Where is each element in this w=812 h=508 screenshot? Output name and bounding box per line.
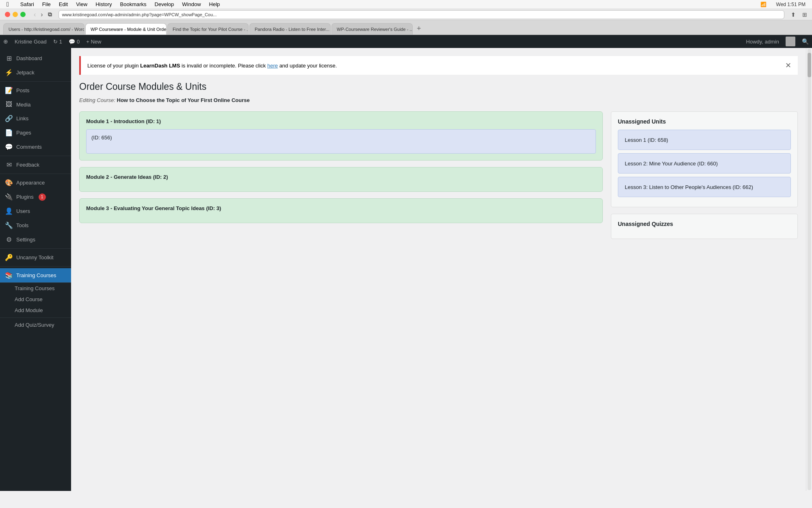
pages-icon: 📄 bbox=[5, 129, 13, 137]
menu-edit[interactable]: Edit bbox=[56, 0, 71, 8]
minimize-window-button[interactable] bbox=[13, 12, 18, 17]
updates-icon[interactable]: ↻ 1 bbox=[53, 39, 62, 45]
tab-pandora[interactable]: Pandora Radio - Listen to Free Inter... … bbox=[249, 23, 331, 35]
sidebar-item-training-courses[interactable]: 📚 Training Courses bbox=[0, 268, 71, 282]
sidebar-item-users[interactable]: 👤 Users bbox=[0, 204, 71, 218]
unassigned-lesson-1[interactable]: Lesson 1 (ID: 658) bbox=[618, 130, 791, 150]
wp-admin-bar: ⊕ Kristine Goad ↻ 1 💬 0 + New Howdy, adm… bbox=[0, 35, 812, 48]
notice-text: License of your plugin LearnDash LMS is … bbox=[87, 63, 337, 69]
sidebar-item-jetpack[interactable]: ⚡ Jetpack bbox=[0, 65, 71, 80]
wp-main-content: License of your plugin LearnDash LMS is … bbox=[71, 48, 806, 491]
sidebar-divider-4 bbox=[0, 248, 71, 249]
new-content-button[interactable]: + New bbox=[86, 39, 101, 45]
search-icon[interactable]: 🔍 bbox=[802, 38, 809, 45]
sidebar-item-settings[interactable]: ⚙ Settings bbox=[0, 232, 71, 247]
sidebar-item-feedback[interactable]: ✉ Feedback bbox=[0, 158, 71, 172]
sidebar-label-plugins: Plugins bbox=[16, 194, 34, 200]
module-box-2: Module 2 - Generate Ideas (ID: 2) bbox=[79, 167, 603, 192]
notice-close-button[interactable]: ✕ bbox=[785, 61, 791, 70]
address-bar[interactable]: www.kristinegoad.com/wp-admin/admin.php?… bbox=[58, 10, 784, 19]
unassigned-units-title: Unassigned Units bbox=[618, 118, 791, 125]
sidebar-label-settings: Settings bbox=[16, 237, 35, 243]
sidebar-divider-3 bbox=[0, 174, 71, 174]
new-tab-button[interactable]: + bbox=[414, 24, 424, 33]
sidebar-divider-1 bbox=[0, 81, 71, 82]
sidebar-label-uncanny-toolkit: Uncanny Toolkit bbox=[16, 254, 54, 261]
right-scrollbar[interactable] bbox=[806, 48, 812, 491]
sidebar-label-links: Links bbox=[16, 115, 28, 122]
sidebar-item-plugins[interactable]: 🔌 Plugins 1 bbox=[0, 190, 71, 204]
unassigned-lesson-3[interactable]: Lesson 3: Listen to Other People's Audie… bbox=[618, 177, 791, 197]
settings-icon: ⚙ bbox=[5, 236, 13, 243]
menu-window[interactable]: Window bbox=[179, 0, 204, 8]
notice-link[interactable]: here bbox=[267, 63, 278, 69]
subitem-training-courses-label: Training Courses bbox=[15, 285, 55, 291]
license-notice: License of your plugin LearnDash LMS is … bbox=[79, 56, 798, 75]
forward-button[interactable]: › bbox=[39, 11, 44, 18]
tab-wp-courseware[interactable]: WP Courseware - Module & Unit Orderi... bbox=[85, 23, 167, 35]
wp-layout: ⊞ Dashboard ⚡ Jetpack 📝 Posts 🖼 Media 🔗 … bbox=[0, 48, 812, 491]
sidebar-item-tools[interactable]: 🔧 Tools bbox=[0, 218, 71, 232]
user-avatar[interactable] bbox=[786, 37, 795, 46]
clock-time: Wed 1:51 PM bbox=[773, 1, 809, 8]
sidebar-subitem-training-courses[interactable]: Training Courses bbox=[0, 283, 71, 294]
wifi-icon: 📶 bbox=[757, 1, 770, 8]
unassigned-lesson-1-label: Lesson 1 (ID: 658) bbox=[625, 137, 668, 143]
new-tab-icon[interactable]: ⊞ bbox=[802, 11, 807, 18]
share-icon[interactable]: ⬆ bbox=[791, 11, 796, 18]
tab-reviewer-guide[interactable]: WP-Courseware Reviewer's Guide - ... bbox=[331, 23, 413, 35]
close-window-button[interactable] bbox=[5, 12, 10, 17]
menu-develop[interactable]: Develop bbox=[152, 0, 178, 8]
sidebar-item-posts[interactable]: 📝 Posts bbox=[0, 83, 71, 98]
sidebar-item-media[interactable]: 🖼 Media bbox=[0, 98, 71, 111]
unassigned-lesson-2[interactable]: Lesson 2: Mine Your Audience (ID: 660) bbox=[618, 153, 791, 174]
sidebar-item-uncanny-toolkit[interactable]: 🔑 Uncanny Toolkit bbox=[0, 250, 71, 265]
apple-logo-icon[interactable]:  bbox=[3, 0, 12, 9]
unassigned-quizzes-title: Unassigned Quizzes bbox=[618, 221, 791, 227]
back-button[interactable]: ‹ bbox=[32, 11, 37, 18]
menu-history[interactable]: History bbox=[92, 0, 115, 8]
sidebar-item-links[interactable]: 🔗 Links bbox=[0, 111, 71, 126]
tab-find-topic[interactable]: Find the Topic for Your Pilot Course - .… bbox=[167, 23, 249, 35]
appearance-icon: 🎨 bbox=[5, 179, 13, 187]
comments-icon: 💬 bbox=[5, 143, 13, 151]
sidebar-subitem-add-course[interactable]: Add Course bbox=[0, 294, 71, 305]
page-title: Order Course Modules & Units bbox=[79, 81, 798, 92]
posts-icon: 📝 bbox=[5, 87, 13, 94]
unassigned-units-panel: Unassigned Units Lesson 1 (ID: 658) Less… bbox=[611, 111, 798, 207]
maximize-window-button[interactable] bbox=[20, 12, 26, 17]
feedback-icon: ✉ bbox=[5, 161, 13, 169]
tab-icon: ⧉ bbox=[48, 11, 52, 18]
sidebar-item-appearance[interactable]: 🎨 Appearance bbox=[0, 176, 71, 190]
sidebar-label-feedback: Feedback bbox=[16, 162, 39, 168]
module-box-3: Module 3 - Evaluating Your General Topic… bbox=[79, 198, 603, 223]
links-icon: 🔗 bbox=[5, 115, 13, 122]
sidebar-subitem-add-quiz[interactable]: Add Quiz/Survey bbox=[0, 319, 71, 330]
menu-bookmarks[interactable]: Bookmarks bbox=[117, 0, 150, 8]
wordpress-logo-icon[interactable]: ⊕ bbox=[3, 38, 8, 45]
notice-text-before: License of your plugin bbox=[87, 63, 139, 69]
menu-help[interactable]: Help bbox=[206, 0, 223, 8]
scrollbar-track[interactable] bbox=[808, 49, 811, 490]
scrollbar-thumb[interactable] bbox=[808, 53, 811, 77]
sidebar-item-pages[interactable]: 📄 Pages bbox=[0, 126, 71, 140]
comments-count: 0 bbox=[77, 39, 80, 45]
mac-clock: 📶 Wed 1:51 PM bbox=[757, 1, 809, 8]
subitem-add-quiz-label: Add Quiz/Survey bbox=[15, 322, 54, 328]
editing-course-name: How to Choose the Topic of Your First On… bbox=[117, 97, 250, 103]
menu-safari[interactable]: Safari bbox=[17, 0, 37, 8]
menu-view[interactable]: View bbox=[73, 0, 91, 8]
unit-656[interactable]: (ID: 656) bbox=[86, 129, 596, 154]
sidebar-label-pages: Pages bbox=[16, 130, 31, 136]
sidebar-item-comments[interactable]: 💬 Comments bbox=[0, 140, 71, 154]
comments-icon-link[interactable]: 💬 0 bbox=[69, 39, 80, 45]
sidebar-subitem-add-module[interactable]: Add Module bbox=[0, 305, 71, 316]
sidebar-label-media: Media bbox=[16, 102, 30, 108]
tab-users[interactable]: Users - http://kristinegoad.com/ - Word.… bbox=[3, 23, 84, 35]
sidebar-item-dashboard[interactable]: ⊞ Dashboard bbox=[0, 51, 71, 65]
subitem-add-module-label: Add Module bbox=[15, 307, 43, 313]
sidebar-label-jetpack: Jetpack bbox=[16, 69, 35, 76]
site-name-link[interactable]: Kristine Goad bbox=[15, 39, 47, 45]
mac-menubar:  Safari File Edit View History Bookmark… bbox=[0, 0, 812, 9]
menu-file[interactable]: File bbox=[39, 0, 54, 8]
